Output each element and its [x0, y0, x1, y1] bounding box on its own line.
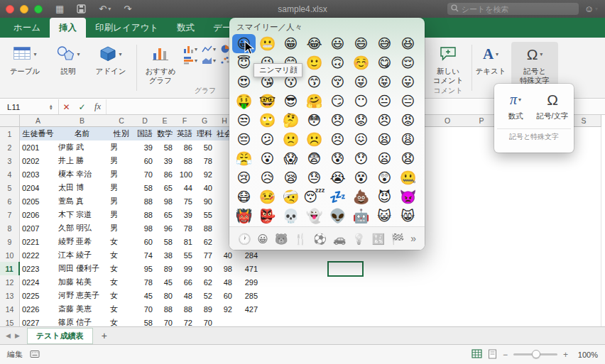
- cell-D6[interactable]: 88: [135, 194, 156, 209]
- emoji-cell-3-7[interactable]: 😑: [396, 92, 420, 111]
- cell-F2[interactable]: 86: [175, 140, 195, 155]
- row-header-3[interactable]: 3: [0, 154, 20, 168]
- minimize-window-button[interactable]: [20, 5, 28, 13]
- emoji-cell-5-5[interactable]: 😖: [349, 130, 373, 149]
- cell-D4[interactable]: 70: [135, 167, 156, 182]
- emoji-cell-0-7[interactable]: 😆: [396, 34, 420, 53]
- cell-C5[interactable]: 男: [108, 181, 136, 195]
- emoji-cell-4-1[interactable]: 🙄: [256, 111, 279, 130]
- row-header-8[interactable]: 8: [0, 221, 20, 236]
- cell-C14[interactable]: 女: [108, 302, 136, 316]
- fullscreen-window-button[interactable]: [34, 5, 43, 13]
- emoji-cell-7-3[interactable]: 😓: [302, 168, 326, 187]
- cell-F9[interactable]: 81: [175, 235, 195, 249]
- cell-G14[interactable]: 89: [195, 302, 215, 316]
- row-header-1[interactable]: 1: [0, 127, 20, 141]
- emoji-cell-0-2[interactable]: 😁: [279, 34, 302, 53]
- cell-B6[interactable]: 萱島 真: [56, 194, 109, 209]
- name-box[interactable]: L11: [0, 99, 44, 114]
- cell-B9[interactable]: 綾野 亜希: [56, 235, 109, 249]
- cell-G9[interactable]: 62: [195, 235, 215, 249]
- cell-S4[interactable]: [567, 167, 601, 182]
- cell-Q5[interactable]: [498, 181, 533, 195]
- cell-F10[interactable]: 55: [175, 248, 195, 263]
- cell-P13[interactable]: [464, 289, 499, 303]
- cell-C2[interactable]: 男: [108, 140, 136, 155]
- cell-O15[interactable]: [430, 316, 465, 326]
- cell-A15[interactable]: 0227: [20, 316, 57, 326]
- cell-B2[interactable]: 伊藤 武: [56, 140, 109, 155]
- emoji-cell-8-7[interactable]: 👿: [396, 187, 420, 206]
- emoji-cell-7-1[interactable]: 😥: [256, 168, 279, 187]
- new-comment-button[interactable]: 新しいコメント: [427, 42, 469, 86]
- emoji-cell-1-3[interactable]: 🙂: [302, 53, 326, 72]
- illustrations-button[interactable]: ▾ 説明: [50, 42, 87, 77]
- emoji-cell-7-2[interactable]: 😪: [279, 168, 302, 187]
- emoji-cell-2-4[interactable]: 😚: [326, 72, 349, 92]
- sheet-search-box[interactable]: [447, 3, 579, 15]
- next-sheet-icon[interactable]: ▶: [15, 332, 20, 339]
- cell-Q7[interactable]: [498, 208, 533, 222]
- cell-D14[interactable]: 70: [135, 302, 156, 316]
- emoji-cell-3-2[interactable]: 😎: [279, 92, 302, 111]
- emoji-cell-1-5[interactable]: ☺️: [349, 53, 373, 72]
- emoji-cell-4-4[interactable]: 😞: [326, 111, 349, 130]
- cell-E14[interactable]: 88: [155, 302, 175, 316]
- cell-S5[interactable]: [567, 181, 601, 195]
- cell-E4[interactable]: 86: [155, 167, 175, 182]
- cell-J11[interactable]: [260, 262, 295, 276]
- cell-C8[interactable]: 男: [108, 221, 136, 236]
- emoji-cell-2-5[interactable]: 😜: [349, 72, 373, 92]
- cell-B14[interactable]: 斎藤 美恵: [56, 302, 109, 316]
- cell-R13[interactable]: [533, 289, 567, 303]
- cell-K13[interactable]: [294, 289, 329, 303]
- emoji-cell-4-6[interactable]: 😠: [373, 111, 396, 130]
- cell-Q11[interactable]: [498, 262, 533, 276]
- cell-F3[interactable]: 88: [175, 154, 195, 168]
- column-header-A[interactable]: A: [20, 115, 57, 127]
- sheet-tab-active[interactable]: テスト成績表: [27, 328, 93, 344]
- cell-O3[interactable]: [430, 154, 465, 168]
- cell-C13[interactable]: 女: [108, 289, 136, 303]
- emoji-cell-8-6[interactable]: 😈: [373, 187, 396, 206]
- cell-O2[interactable]: [430, 140, 465, 155]
- sheet-search-input[interactable]: [462, 5, 568, 13]
- emoji-cell-2-3[interactable]: 😙: [302, 72, 326, 92]
- emoji-cell-0-4[interactable]: 😃: [326, 34, 349, 53]
- cell-F1[interactable]: 英語: [175, 127, 195, 141]
- cell-A9[interactable]: 0221: [20, 235, 57, 249]
- cell-J13[interactable]: [260, 289, 295, 303]
- cell-R8[interactable]: [533, 221, 567, 236]
- cell-P8[interactable]: [464, 221, 499, 236]
- cell-G2[interactable]: 50: [195, 140, 215, 155]
- row-header-7[interactable]: 7: [0, 208, 20, 222]
- emoji-cell-2-7[interactable]: 😛: [396, 72, 420, 92]
- cell-E8[interactable]: 96: [155, 221, 175, 236]
- cell-D12[interactable]: 78: [135, 275, 156, 289]
- row-header-10[interactable]: 10: [0, 248, 20, 263]
- cell-S12[interactable]: [567, 275, 601, 289]
- emoji-cell-7-4[interactable]: 😭: [326, 168, 349, 187]
- objects-category-icon[interactable]: 💡: [352, 233, 366, 244]
- cell-G3[interactable]: 78: [195, 154, 215, 168]
- cell-M13[interactable]: [362, 289, 397, 303]
- emoji-cell-5-2[interactable]: 🙁: [279, 130, 302, 149]
- cell-C3[interactable]: 男: [108, 154, 136, 168]
- cell-D7[interactable]: 88: [135, 208, 156, 222]
- recent-category-icon[interactable]: 🕐: [238, 233, 251, 244]
- cell-I14[interactable]: 427: [234, 302, 261, 316]
- cell-B15[interactable]: 篠原 信子: [56, 316, 109, 326]
- save-icon[interactable]: [77, 4, 86, 13]
- cell-O13[interactable]: [430, 289, 465, 303]
- line-chart-button[interactable]: ▾: [202, 45, 216, 53]
- emoji-cell-6-2[interactable]: 😱: [279, 149, 302, 168]
- cell-K14[interactable]: [294, 302, 329, 316]
- emoji-cell-7-0[interactable]: 😢: [232, 168, 256, 187]
- emoji-cell-1-4[interactable]: 🙃: [326, 53, 349, 72]
- name-box-stepper[interactable]: ▴▾: [50, 104, 53, 110]
- cell-M10[interactable]: [362, 248, 397, 263]
- cell-G13[interactable]: 52: [195, 289, 215, 303]
- tab-ホーム[interactable]: ホーム: [4, 18, 50, 38]
- cell-I12[interactable]: 299: [234, 275, 261, 289]
- row-header-13[interactable]: 13: [0, 289, 20, 303]
